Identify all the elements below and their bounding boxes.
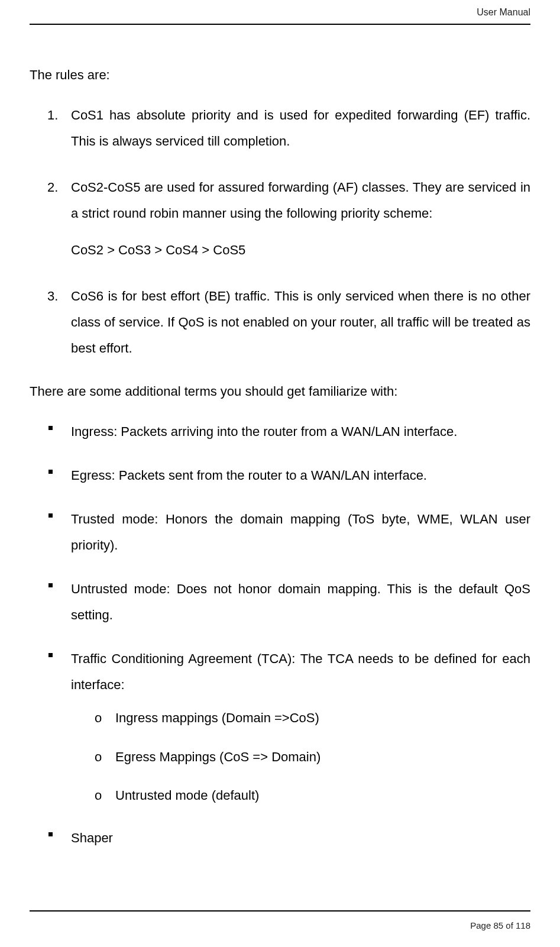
- rule-subline: CoS2 > CoS3 > CoS4 > CoS5: [71, 237, 530, 263]
- rule-item: 3. CoS6 is for best effort (BE) traffic.…: [71, 283, 530, 361]
- circle-bullet-icon: o: [95, 745, 102, 769]
- term-text: Egress: Packets sent from the router to …: [71, 468, 427, 483]
- square-bullet-icon: [48, 426, 53, 430]
- rule-item: 2. CoS2-CoS5 are used for assured forwar…: [71, 174, 530, 263]
- term-item: Ingress: Packets arriving into the route…: [30, 419, 530, 445]
- term-item: Traffic Conditioning Agreement (TCA): Th…: [30, 646, 530, 807]
- body-content: The rules are: 1. CoS1 has absolute prio…: [30, 65, 530, 869]
- terms-list: Ingress: Packets arriving into the route…: [30, 419, 530, 851]
- intro-paragraph: The rules are:: [30, 65, 530, 85]
- tca-sub-item: o Ingress mappings (Domain =>CoS): [71, 706, 530, 730]
- rule-text: CoS1 has absolute priority and is used f…: [71, 108, 530, 148]
- rule-item: 1. CoS1 has absolute priority and is use…: [71, 102, 530, 154]
- footer-rule: [30, 910, 530, 912]
- rule-number: 2.: [47, 174, 58, 201]
- tca-sub-item: o Egress Mappings (CoS => Domain): [71, 745, 530, 769]
- term-text: Shaper: [71, 830, 113, 845]
- header-rule: [30, 24, 530, 25]
- page: User Manual The rules are: 1. CoS1 has a…: [0, 0, 560, 947]
- terms-intro: There are some additional terms you shou…: [30, 382, 530, 401]
- square-bullet-icon: [48, 832, 53, 836]
- term-text: Traffic Conditioning Agreement (TCA): Th…: [71, 651, 530, 692]
- term-text: Trusted mode: Honors the domain mapping …: [71, 512, 530, 552]
- rule-text: CoS2-CoS5 are used for assured forwardin…: [71, 180, 530, 221]
- rule-number: 1.: [47, 102, 58, 128]
- tca-sub-text: Ingress mappings (Domain =>CoS): [115, 710, 319, 725]
- tca-sub-text: Egress Mappings (CoS => Domain): [115, 749, 321, 764]
- rules-list: 1. CoS1 has absolute priority and is use…: [30, 102, 530, 361]
- square-bullet-icon: [48, 583, 53, 587]
- header-right: User Manual: [477, 7, 530, 18]
- square-bullet-icon: [48, 653, 53, 657]
- rule-text: CoS6 is for best effort (BE) traffic. Th…: [71, 289, 530, 355]
- term-text: Untrusted mode: Does not honor domain ma…: [71, 581, 530, 622]
- term-item: Untrusted mode: Does not honor domain ma…: [30, 576, 530, 628]
- tca-sub-text: Untrusted mode (default): [115, 788, 259, 803]
- term-item: Egress: Packets sent from the router to …: [30, 463, 530, 489]
- square-bullet-icon: [48, 470, 53, 474]
- term-item: Shaper: [30, 825, 530, 851]
- rule-number: 3.: [47, 283, 58, 309]
- term-text: Ingress: Packets arriving into the route…: [71, 424, 457, 439]
- circle-bullet-icon: o: [95, 706, 102, 730]
- square-bullet-icon: [48, 513, 53, 518]
- tca-sublist: o Ingress mappings (Domain =>CoS) o Egre…: [71, 706, 530, 807]
- footer-page-number: Page 85 of 118: [470, 920, 530, 930]
- circle-bullet-icon: o: [95, 784, 102, 807]
- term-item: Trusted mode: Honors the domain mapping …: [30, 506, 530, 558]
- tca-sub-item: o Untrusted mode (default): [71, 784, 530, 807]
